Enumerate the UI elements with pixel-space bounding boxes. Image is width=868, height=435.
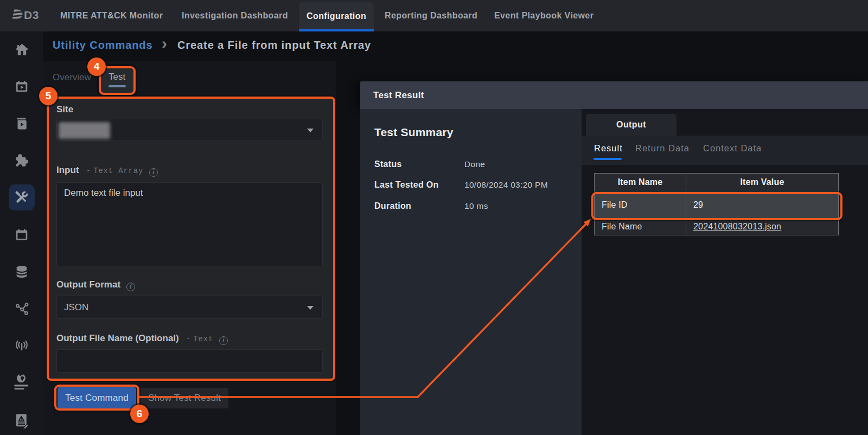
database-icon <box>14 264 29 279</box>
output-format-select[interactable]: JSON <box>56 296 323 319</box>
chevron-down-icon <box>307 306 314 310</box>
breadcrumb-parent[interactable]: Utility Commands <box>53 39 152 52</box>
table-row-file-id[interactable]: File ID 29 <box>595 191 839 219</box>
input-type: Text Array <box>93 167 143 175</box>
nav-configuration[interactable]: Configuration <box>299 2 374 31</box>
output-file-name-type: Text <box>193 335 213 343</box>
tab-test-underline <box>108 85 126 87</box>
tab-test[interactable]: Test <box>108 72 125 82</box>
input-dash: - <box>87 165 90 175</box>
chevron-down-icon <box>307 129 314 132</box>
output-format-value: JSON <box>64 302 88 313</box>
tab-overview[interactable]: Overview <box>53 72 91 83</box>
show-test-result-button[interactable]: Show Test Result <box>141 388 228 408</box>
col-item-value: Item Value <box>686 174 839 191</box>
output-file-name-input[interactable] <box>56 349 323 373</box>
duration-value: 10 ms <box>464 201 488 211</box>
subtab-result-underline <box>593 158 622 160</box>
incident-report-icon <box>14 412 30 428</box>
output-format-label: Output Format i <box>56 279 135 291</box>
page: D3 MITRE ATT&CK Monitor Investigation Da… <box>0 0 868 435</box>
duration-label: Duration <box>374 201 411 211</box>
site-select[interactable] <box>56 119 323 141</box>
test-command-button[interactable]: Test Command <box>58 387 136 408</box>
status-label: Status <box>374 159 402 169</box>
input-textarea[interactable]: Demo text file input <box>56 182 323 266</box>
sidebar-item-utility-commands[interactable] <box>9 184 35 210</box>
file-name-value: 20241008032013.json <box>686 219 839 235</box>
nav-event-playbook-viewer[interactable]: Event Playbook Viewer <box>494 0 593 31</box>
input-label: Input - Text Array i <box>56 165 158 177</box>
nav-mitre-attack-monitor[interactable]: MITRE ATT&CK Monitor <box>60 0 163 31</box>
utility-tools-icon <box>14 189 30 206</box>
panel-divider <box>43 418 336 418</box>
sidebar-item-broadcast[interactable] <box>9 332 35 359</box>
status-value: Done <box>464 159 485 169</box>
file-id-value: 29 <box>686 191 839 219</box>
last-tested-on-label: Last Tested On <box>374 180 439 190</box>
test-summary-panel: Test Summary Status Done Last Tested On … <box>360 109 582 435</box>
tab-output[interactable]: Output <box>586 114 676 136</box>
output-file-name-label: Output File Name (Optional) - Text i <box>56 333 228 345</box>
d3-logo[interactable]: D3 <box>11 8 43 23</box>
sidebar <box>0 31 43 435</box>
sidebar-item-calendar[interactable] <box>9 222 35 248</box>
info-icon[interactable]: i <box>219 336 228 345</box>
site-label: Site <box>56 104 73 115</box>
sidebar-item-integrations[interactable] <box>9 148 35 174</box>
input-textarea-value: Demo text file input <box>64 188 143 199</box>
test-output-panel: Output Result Return Data Context Data <box>582 109 868 435</box>
calendar-icon <box>14 227 29 242</box>
last-tested-on-value: 10/08/2024 03:20 PM <box>464 180 548 190</box>
breadcrumb-current: Create a File from input Text Array <box>177 39 371 52</box>
top-navbar: D3 MITRE ATT&CK Monitor Investigation Da… <box>0 0 868 31</box>
nav-active-underline <box>299 29 374 31</box>
subtab-result[interactable]: Result <box>594 143 623 153</box>
sidebar-item-data-management[interactable] <box>9 259 35 285</box>
output-file-name-label-text: Output File Name (Optional) <box>56 333 179 343</box>
logo-text: D3 <box>24 9 39 21</box>
test-result-title: Test Result <box>373 81 424 109</box>
output-format-label-text: Output Format <box>56 279 120 290</box>
scheduled-playbook-icon <box>14 79 29 94</box>
breadcrumb-separator-icon: › <box>162 34 167 53</box>
test-result-header: Test Result <box>360 81 868 109</box>
file-id-name: File ID <box>595 191 686 219</box>
sidebar-item-home[interactable] <box>9 36 35 62</box>
sidebar-item-playbooks[interactable] <box>9 111 35 137</box>
result-table: Item Name Item Value File ID 29 File Nam… <box>594 173 839 235</box>
sidebar-item-scheduled-playbooks[interactable] <box>9 74 35 100</box>
input-label-text: Input <box>56 165 79 175</box>
test-form: Site Input - Text Array i Demo text file… <box>47 97 335 381</box>
subtab-return-data[interactable]: Return Data <box>635 143 690 153</box>
info-icon[interactable]: i <box>149 168 158 177</box>
site-value-redacted <box>59 122 110 139</box>
output-file-name-dash: - <box>187 334 190 343</box>
file-name-name: File Name <box>595 219 686 235</box>
broadcast-icon <box>14 337 30 354</box>
playbook-icon <box>14 116 29 131</box>
input-label-dash <box>82 165 85 175</box>
sidebar-item-web-intel[interactable] <box>9 369 35 395</box>
nav-investigation-dashboard[interactable]: Investigation Dashboard <box>182 0 288 31</box>
sidebar-item-incident-reports[interactable] <box>9 407 35 433</box>
web-intel-icon <box>13 373 30 392</box>
connections-icon <box>14 302 30 317</box>
sidebar-item-connections[interactable] <box>9 296 35 322</box>
integrations-puzzle-icon <box>14 152 30 169</box>
col-item-name: Item Name <box>595 174 686 191</box>
result-table-header-row: Item Name Item Value <box>595 174 839 191</box>
info-icon[interactable]: i <box>126 283 135 291</box>
home-icon <box>14 42 30 57</box>
nav-reporting-dashboard[interactable]: Reporting Dashboard <box>385 0 477 31</box>
output-file-name-dash-sp <box>182 334 184 343</box>
subtab-context-data[interactable]: Context Data <box>703 143 762 153</box>
table-row-file-name[interactable]: File Name 20241008032013.json <box>595 219 839 235</box>
file-name-link[interactable]: 20241008032013.json <box>693 222 781 231</box>
output-subtabs: Result Return Data Context Data <box>582 136 868 165</box>
test-summary-heading: Test Summary <box>374 126 454 139</box>
